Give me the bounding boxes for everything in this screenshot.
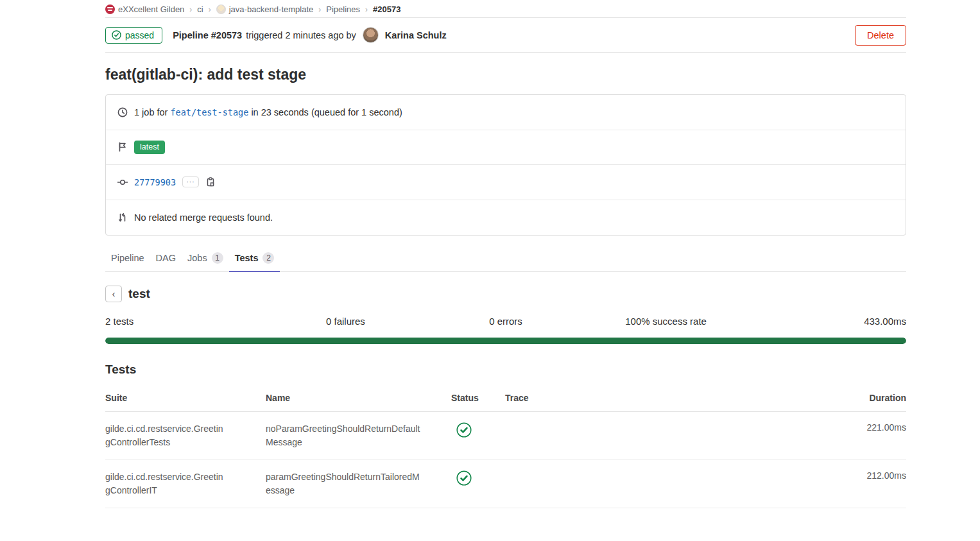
tab-tests-count-badge: 2 xyxy=(262,252,274,264)
merge-request-row: No related merge requests found. xyxy=(106,200,906,236)
summary-tests: 2 tests xyxy=(105,316,266,327)
column-duration: Duration xyxy=(829,393,906,403)
test-suite-cell: gilde.ci.cd.restservice.GreetingControll… xyxy=(105,470,227,497)
breadcrumb-separator: › xyxy=(189,5,192,14)
project-avatar xyxy=(216,4,226,14)
status-success-icon xyxy=(456,422,472,438)
tab-jobs-count-badge: 1 xyxy=(212,252,223,264)
suite-title: test xyxy=(128,287,150,301)
table-row: gilde.ci.cd.restservice.GreetingControll… xyxy=(105,412,906,460)
copy-commit-icon[interactable] xyxy=(205,177,216,187)
test-status-cell xyxy=(451,470,505,486)
tests-table-header: Suite Name Status Trace Duration xyxy=(105,384,906,412)
breadcrumb-separator: › xyxy=(318,5,321,14)
author-name[interactable]: Karina Schulz xyxy=(385,30,447,40)
breadcrumb-separator: › xyxy=(365,5,368,14)
tab-tests-label: Tests xyxy=(235,253,259,263)
pipeline-tabs: Pipeline DAG Jobs 1 Tests 2 xyxy=(105,246,906,272)
test-duration-cell: 221.00ms xyxy=(829,422,906,433)
breadcrumb-subgroup[interactable]: ci xyxy=(197,4,203,14)
tab-pipeline[interactable]: Pipeline xyxy=(105,246,150,272)
merge-request-text: No related merge requests found. xyxy=(134,212,273,223)
commit-row: 27779903 ··· xyxy=(106,165,906,200)
pipeline-header: passed Pipeline #20573 triggered 2 minut… xyxy=(105,18,906,53)
summary-failures: 0 failures xyxy=(266,316,426,327)
breadcrumb-separator: › xyxy=(209,5,211,14)
status-success-icon xyxy=(456,470,472,486)
breadcrumb-group-label: eXXcellent Gilden xyxy=(118,4,184,14)
test-suite-cell: gilde.ci.cd.restservice.GreetingControll… xyxy=(105,422,227,449)
tests-heading: Tests xyxy=(105,363,906,377)
status-badge-label: passed xyxy=(125,30,154,40)
tab-tests[interactable]: Tests 2 xyxy=(229,246,280,272)
back-button[interactable]: ‹ xyxy=(105,286,122,302)
delete-button[interactable]: Delete xyxy=(855,25,906,46)
test-name-cell: noParamGreetingShouldReturnDefaultMessag… xyxy=(266,422,423,449)
pipeline-summary-text: Pipeline #20573 triggered 2 minutes ago … xyxy=(173,27,447,43)
breadcrumb-pipelines[interactable]: Pipelines xyxy=(326,4,360,14)
breadcrumb-subgroup-label: ci xyxy=(197,4,203,14)
clock-icon xyxy=(117,107,128,117)
pipeline-id-label: Pipeline #20573 xyxy=(173,30,242,40)
author-avatar[interactable] xyxy=(363,27,379,43)
test-status-cell xyxy=(451,422,505,438)
commit-icon xyxy=(117,177,128,187)
breadcrumb-project[interactable]: java-backend-template xyxy=(216,4,314,14)
breadcrumb-pipelines-label: Pipelines xyxy=(326,4,360,14)
test-summary: 2 tests 0 failures 0 errors 100% success… xyxy=(105,316,906,327)
column-status: Status xyxy=(451,393,505,403)
branch-link[interactable]: feat/test-stage xyxy=(170,107,248,117)
tab-dag[interactable]: DAG xyxy=(150,246,182,272)
test-name-cell: paramGreetingShouldReturnTailoredMessage xyxy=(266,470,423,497)
test-duration-cell: 212.00ms xyxy=(829,470,906,481)
merge-request-icon xyxy=(117,212,128,223)
expand-commit-button[interactable]: ··· xyxy=(182,176,199,187)
triggered-text: triggered 2 minutes ago by xyxy=(246,30,356,40)
summary-errors: 0 errors xyxy=(426,316,586,327)
tab-jobs-label: Jobs xyxy=(187,253,207,263)
column-trace: Trace xyxy=(505,393,829,403)
latest-badge[interactable]: latest xyxy=(134,141,165,154)
breadcrumb-project-label: java-backend-template xyxy=(229,4,314,14)
breadcrumb-pipeline-id: #20573 xyxy=(373,4,400,14)
job-duration-text: in 23 seconds (queued for 1 second) xyxy=(251,107,402,117)
column-name: Name xyxy=(266,393,451,403)
status-badge[interactable]: passed xyxy=(105,27,162,44)
tab-pipeline-label: Pipeline xyxy=(111,253,144,263)
breadcrumb-group[interactable]: eXXcellent Gilden xyxy=(105,4,184,14)
job-count-text: 1 job for xyxy=(134,107,168,117)
success-progress-fill xyxy=(105,338,906,344)
breadcrumb: eXXcellent Gilden › ci › java-backend-te… xyxy=(105,0,906,17)
column-suite: Suite xyxy=(105,393,266,403)
test-suite-header: ‹ test xyxy=(105,286,906,302)
flag-icon xyxy=(117,142,128,152)
summary-success-rate: 100% success rate xyxy=(586,316,746,327)
latest-row: latest xyxy=(106,130,906,166)
page-title: feat(gitlab-ci): add test stage xyxy=(105,66,906,83)
breadcrumb-pipeline-id-label: #20573 xyxy=(373,4,400,14)
pipeline-info-box: 1 job for feat/test-stage in 23 seconds … xyxy=(105,94,906,236)
commit-sha-link[interactable]: 27779903 xyxy=(134,177,176,187)
chevron-left-icon: ‹ xyxy=(112,288,116,299)
tests-table: Suite Name Status Trace Duration gilde.c… xyxy=(105,384,906,508)
tab-jobs[interactable]: Jobs 1 xyxy=(182,246,229,272)
check-circle-icon xyxy=(112,30,121,40)
summary-duration: 433.00ms xyxy=(746,316,906,327)
success-progress-bar xyxy=(105,338,906,344)
job-info-text: 1 job for feat/test-stage in 23 seconds … xyxy=(134,107,402,117)
tab-dag-label: DAG xyxy=(156,253,176,263)
group-logo-icon xyxy=(105,4,115,14)
job-info-row: 1 job for feat/test-stage in 23 seconds … xyxy=(106,95,906,130)
table-row: gilde.ci.cd.restservice.GreetingControll… xyxy=(105,460,906,508)
